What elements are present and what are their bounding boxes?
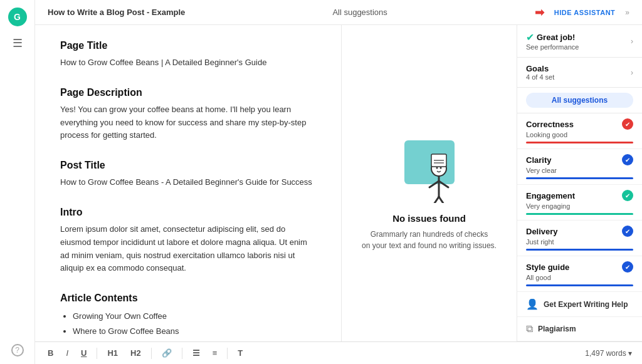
section-title-post-title: Post Title	[60, 160, 316, 171]
plagiarism-label: Plagiarism	[538, 325, 576, 333]
no-issues-panel: No issues found Grammarly ran hundreds o…	[341, 25, 517, 341]
document-title: How to Write a Blog Post - Example	[48, 8, 185, 17]
help-icon[interactable]: ?	[11, 344, 24, 356]
copy-icon: ⧉	[526, 323, 533, 335]
hide-assistant-button[interactable]: HIDE ASSISTANT	[549, 6, 620, 19]
section-title-article-contents: Article Contents	[60, 293, 316, 304]
performance-item[interactable]: ✔ Great job! See performance ›	[526, 31, 633, 51]
italic-button[interactable]: I	[63, 347, 71, 359]
no-issues-description: Grammarly ran hundreds of checkson your …	[362, 229, 497, 251]
svg-rect-0	[404, 140, 455, 184]
expert-writing-label: Get Expert Writing Help	[544, 300, 628, 309]
suggestions-tabs: All suggestions	[517, 88, 642, 113]
h2-button[interactable]: H2	[128, 347, 144, 359]
performance-section: ✔ Great job! See performance ›	[517, 25, 642, 58]
style-guide-progress	[526, 284, 633, 286]
goals-item[interactable]: Goals 4 of 4 set ›	[526, 64, 633, 81]
left-sidebar: G ☰ ?	[0, 0, 35, 364]
list-button[interactable]: ☰	[190, 347, 203, 359]
style-guide-sub: All good	[526, 274, 633, 281]
header: How to Write a Blog Post - Example All s…	[35, 0, 642, 25]
correctness-badge: ✔	[622, 118, 633, 130]
no-issues-illustration	[386, 115, 473, 203]
h1-button[interactable]: H1	[105, 347, 120, 359]
delivery-badge: ✔	[622, 226, 633, 237]
bottom-toolbar: B I U H1 H2 🔗 ☰ ≡ T 1,497 words ▾	[35, 341, 642, 364]
delivery-label: Delivery	[526, 227, 558, 236]
section-content-post-title[interactable]: How to Grow Coffee Beans - A Detailed Be…	[60, 176, 316, 189]
engagement-badge: ✔	[622, 190, 633, 201]
suggestion-delivery[interactable]: Delivery ✔ Just right	[517, 221, 642, 256]
goals-label: Goals	[526, 64, 554, 73]
svg-point-11	[439, 167, 441, 169]
delivery-sub: Just right	[526, 238, 633, 246]
toolbar-separator-3	[182, 348, 182, 359]
list-item-where: Where to Grow Coffee Beans	[73, 324, 316, 338]
no-issues-title: No issues found	[392, 213, 466, 224]
section-page-title: Page Title How to Grow Coffee Beans | A …	[60, 40, 316, 70]
section-content-page-title[interactable]: How to Grow Coffee Beans | A Detailed Be…	[60, 56, 316, 70]
correctness-sub: Looking good	[526, 131, 633, 138]
red-arrow: ➡	[535, 6, 544, 19]
section-title-intro: Intro	[60, 207, 316, 218]
engagement-label: Engagement	[526, 191, 575, 200]
section-content-page-description[interactable]: Yes! You can grow your coffee beans at h…	[60, 103, 316, 142]
right-sidebar: ✔ Great job! See performance › Goals 4 o…	[517, 25, 642, 341]
clarity-badge: ✔	[622, 154, 633, 165]
expert-writing-help[interactable]: 👤 Get Expert Writing Help	[517, 292, 642, 317]
style-guide-badge: ✔	[622, 261, 633, 273]
underline-button[interactable]: U	[78, 347, 89, 359]
content-area: Page Title How to Grow Coffee Beans | A …	[35, 25, 642, 341]
header-right: ➡ HIDE ASSISTANT »	[535, 6, 629, 19]
toolbar-separator-2	[151, 348, 152, 359]
clarity-label: Clarity	[526, 155, 551, 165]
delivery-progress	[526, 249, 633, 251]
all-suggestions-tab[interactable]: All suggestions	[526, 93, 633, 108]
section-title-page-title: Page Title	[60, 40, 316, 51]
correctness-progress	[526, 142, 633, 143]
engagement-progress	[526, 213, 633, 215]
style-guide-label: Style guide	[526, 263, 569, 272]
check-green-icon: ✔	[526, 31, 534, 43]
section-page-description: Page Description Yes! You can grow your …	[60, 87, 316, 142]
goals-sub: 4 of 4 set	[526, 73, 554, 81]
section-article-contents: Article Contents Growing Your Own Coffee…	[60, 293, 316, 338]
goals-chevron-icon: ›	[631, 68, 633, 77]
suggestion-clarity[interactable]: Clarity ✔ Very clear	[517, 149, 642, 185]
main-content: How to Write a Blog Post - Example All s…	[35, 0, 642, 364]
suggestion-style-guide[interactable]: Style guide ✔ All good	[517, 256, 642, 292]
section-intro: Intro Lorem ipsum dolor sit amet, consec…	[60, 207, 316, 275]
ordered-list-button[interactable]: ≡	[210, 347, 220, 359]
clarity-progress	[526, 177, 633, 179]
bold-button[interactable]: B	[45, 347, 56, 359]
engagement-sub: Very engaging	[526, 202, 633, 210]
clarity-sub: Very clear	[526, 167, 633, 174]
section-title-page-description: Page Description	[60, 87, 316, 98]
section-content-intro[interactable]: Lorem ipsum dolor sit amet, consectetur …	[60, 223, 316, 275]
text-style-button[interactable]: T	[235, 347, 245, 359]
suggestion-correctness[interactable]: Correctness ✔ Looking good	[517, 113, 642, 149]
goals-section: Goals 4 of 4 set ›	[517, 58, 642, 88]
menu-icon[interactable]: ☰	[13, 36, 23, 50]
word-count: 1,497 words ▾	[585, 349, 632, 358]
svg-point-10	[436, 167, 438, 169]
svg-line-2	[433, 197, 439, 203]
toolbar-separator-1	[97, 348, 97, 359]
hide-chevron-icon: »	[625, 8, 629, 17]
performance-sub: See performance	[526, 43, 579, 51]
suggestion-engagement[interactable]: Engagement ✔ Very engaging	[517, 185, 642, 221]
performance-label: Great job!	[537, 33, 575, 42]
toolbar-separator-4	[227, 348, 228, 359]
suggestions-label: All suggestions	[332, 8, 387, 17]
svg-line-3	[439, 197, 445, 203]
list-item-growing: Growing Your Own Coffee	[73, 309, 316, 323]
grammarly-logo[interactable]: G	[8, 8, 27, 26]
section-post-title: Post Title How to Grow Coffee Beans - A …	[60, 160, 316, 189]
performance-chevron-icon: ›	[631, 37, 633, 46]
correctness-label: Correctness	[526, 120, 574, 129]
document-scroll[interactable]: Page Title How to Grow Coffee Beans | A …	[35, 25, 341, 341]
link-button[interactable]: 🔗	[159, 347, 174, 359]
person-icon: 👤	[526, 298, 539, 310]
plagiarism-check[interactable]: ⧉ Plagiarism	[517, 317, 642, 341]
